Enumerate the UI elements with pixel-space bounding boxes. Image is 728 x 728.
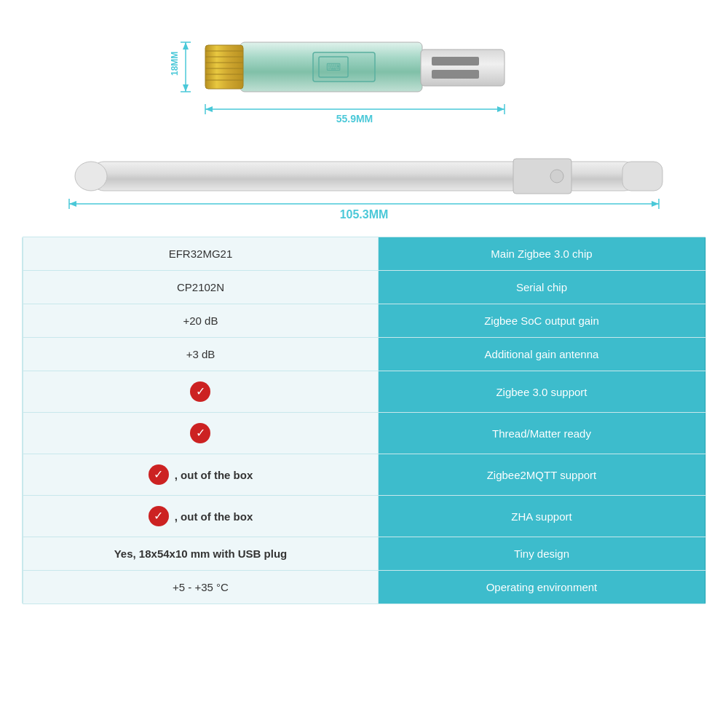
svg-marker-33 bbox=[652, 201, 659, 207]
svg-marker-16 bbox=[183, 84, 189, 92]
left-cell-content: +3 dB bbox=[186, 348, 215, 360]
antenna-diagram: 105.3MM bbox=[47, 138, 681, 226]
check-icon: ✓ bbox=[190, 423, 210, 443]
specs-cell-right: Main Zigbee 3.0 chip bbox=[379, 237, 705, 270]
right-cell-content: Operating environment bbox=[486, 581, 598, 593]
specs-cell-left: CP2102N bbox=[23, 271, 379, 304]
svg-rect-9 bbox=[421, 50, 505, 86]
left-cell-content: Yes, 18x54x10 mm with USB plug bbox=[114, 547, 288, 560]
left-cell-content: ✓ , out of the box bbox=[149, 464, 253, 485]
check-icon: ✓ bbox=[149, 506, 169, 526]
check-with-text-cell: ✓ , out of the box bbox=[149, 464, 253, 485]
svg-point-27 bbox=[75, 162, 107, 191]
specs-cell-left: ✓ bbox=[23, 371, 379, 412]
check-icon: ✓ bbox=[149, 464, 169, 485]
specs-cell-left: Yes, 18x54x10 mm with USB plug bbox=[23, 537, 379, 570]
specs-cell-right: Zigbee SoC output gain bbox=[379, 304, 705, 337]
table-row: CP2102N Serial chip bbox=[23, 271, 705, 304]
specs-cell-right: Zigbee2MQTT support bbox=[379, 454, 705, 495]
right-cell-content: Serial chip bbox=[516, 281, 567, 293]
cell-text: +3 dB bbox=[186, 348, 215, 360]
left-cell-content: ✓ bbox=[190, 423, 210, 443]
table-row: ✓ , out of the box Zigbee2MQTT support bbox=[23, 454, 705, 496]
device-diagram: ⌨ 18MM 55.9MM bbox=[160, 15, 568, 131]
svg-text:18MM: 18MM bbox=[170, 52, 180, 76]
table-row: +20 dB Zigbee SoC output gain bbox=[23, 304, 705, 338]
svg-text:⌨: ⌨ bbox=[326, 61, 341, 73]
left-cell-content: ✓ bbox=[190, 381, 210, 402]
cell-text: +20 dB bbox=[183, 314, 218, 327]
left-cell-content: EFR32MG21 bbox=[169, 248, 233, 260]
svg-rect-8 bbox=[313, 52, 375, 82]
specs-cell-right: Tiny design bbox=[379, 537, 705, 570]
svg-rect-1 bbox=[205, 45, 243, 89]
specs-cell-left: EFR32MG21 bbox=[23, 237, 379, 270]
specs-cell-right: Operating environment bbox=[379, 571, 705, 604]
table-row: Yes, 18x54x10 mm with USB plug Tiny desi… bbox=[23, 537, 705, 571]
table-row: ✓ , out of the box ZHA support bbox=[23, 496, 705, 537]
cell-text: +5 - +35 °C bbox=[173, 581, 229, 593]
left-cell-content: ✓ , out of the box bbox=[149, 506, 253, 526]
specs-cell-left: ✓ bbox=[23, 413, 379, 454]
cell-text: , out of the box bbox=[175, 510, 253, 523]
svg-text:55.9MM: 55.9MM bbox=[336, 113, 373, 124]
specs-cell-right: ZHA support bbox=[379, 496, 705, 537]
svg-rect-11 bbox=[432, 70, 479, 79]
svg-rect-0 bbox=[240, 42, 422, 92]
specs-cell-left: +3 dB bbox=[23, 338, 379, 371]
right-cell-content: Additional gain antenna bbox=[485, 348, 599, 360]
svg-marker-22 bbox=[497, 106, 505, 112]
svg-marker-32 bbox=[69, 201, 76, 207]
svg-point-30 bbox=[550, 170, 563, 183]
specs-cell-left: ✓ , out of the box bbox=[23, 496, 379, 537]
table-row: EFR32MG21 Main Zigbee 3.0 chip bbox=[23, 237, 705, 271]
specs-cell-right: Thread/Matter ready bbox=[379, 413, 705, 454]
page: ⌨ 18MM 55.9MM bbox=[0, 0, 728, 728]
table-row: ✓ Zigbee 3.0 support bbox=[23, 371, 705, 413]
specs-cell-right: Additional gain antenna bbox=[379, 338, 705, 371]
right-cell-content: Tiny design bbox=[514, 547, 569, 560]
svg-text:105.3MM: 105.3MM bbox=[340, 208, 389, 221]
specs-table: EFR32MG21 Main Zigbee 3.0 chip CP2102N S… bbox=[22, 237, 706, 604]
table-row: +5 - +35 °C Operating environment bbox=[23, 571, 705, 604]
cell-text: CP2102N bbox=[177, 281, 224, 293]
svg-marker-21 bbox=[205, 106, 213, 112]
right-cell-content: Zigbee 3.0 support bbox=[496, 386, 587, 398]
svg-rect-10 bbox=[432, 57, 479, 66]
check-icon: ✓ bbox=[190, 381, 210, 402]
specs-cell-left: ✓ , out of the box bbox=[23, 454, 379, 495]
right-cell-content: Zigbee2MQTT support bbox=[487, 469, 597, 481]
table-row: +3 dB Additional gain antenna bbox=[23, 338, 705, 371]
right-cell-content: ZHA support bbox=[511, 510, 571, 523]
cell-text: EFR32MG21 bbox=[169, 248, 233, 260]
right-cell-content: Main Zigbee 3.0 chip bbox=[491, 248, 592, 260]
cell-text: , out of the box bbox=[175, 469, 253, 481]
check-with-text-cell: ✓ , out of the box bbox=[149, 506, 253, 526]
diagram-section: ⌨ 18MM 55.9MM bbox=[22, 15, 706, 229]
specs-cell-left: +20 dB bbox=[23, 304, 379, 337]
left-cell-content: +5 - +35 °C bbox=[173, 581, 229, 593]
svg-rect-29 bbox=[622, 162, 662, 191]
right-cell-content: Zigbee SoC output gain bbox=[484, 314, 599, 327]
svg-rect-12 bbox=[319, 57, 348, 77]
svg-marker-15 bbox=[183, 42, 189, 50]
table-row: ✓ Thread/Matter ready bbox=[23, 413, 705, 454]
right-cell-content: Thread/Matter ready bbox=[492, 427, 591, 440]
cell-text: Yes, 18x54x10 mm with USB plug bbox=[114, 547, 288, 560]
specs-cell-right: Zigbee 3.0 support bbox=[379, 371, 705, 412]
specs-cell-left: +5 - +35 °C bbox=[23, 571, 379, 604]
left-cell-content: CP2102N bbox=[177, 281, 224, 293]
left-cell-content: +20 dB bbox=[183, 314, 218, 327]
specs-cell-right: Serial chip bbox=[379, 271, 705, 304]
